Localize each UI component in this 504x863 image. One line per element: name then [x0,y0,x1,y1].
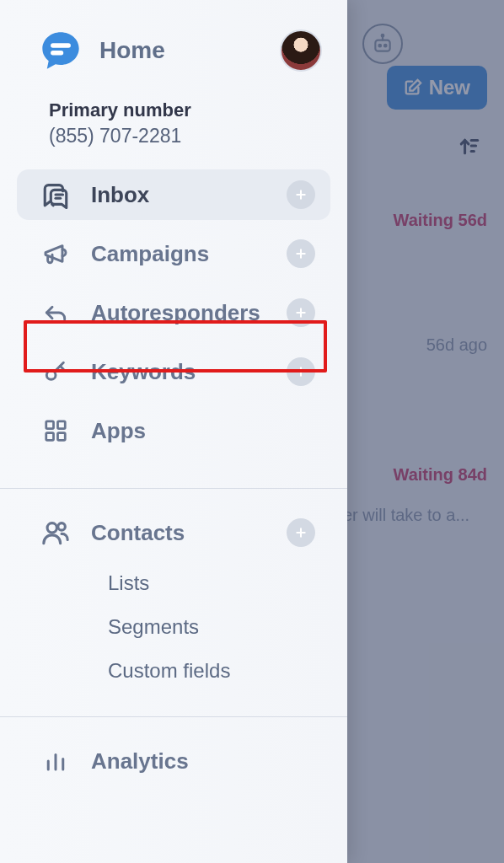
nav-item-contacts[interactable]: Contacts [17,507,330,558]
divider [0,488,347,489]
app-root: New Waiting 56d 56d ago Waiting 84d er w… [0,0,504,863]
app-logo-icon [39,29,83,72]
nav-item-inbox[interactable]: Inbox [17,169,330,220]
svg-point-21 [47,523,56,533]
nav-list-secondary: Contacts Lists Segments Custom fields [0,507,347,701]
key-icon [40,356,71,387]
avatar[interactable] [280,29,322,72]
svg-rect-17 [46,421,54,429]
inbox-icon [40,180,71,210]
primary-number-label: Primary number [49,99,324,121]
nav-label: Analytics [91,748,315,775]
nav-item-keywords[interactable]: Keywords [17,346,330,397]
primary-number-value: (855) 707-2281 [49,125,324,147]
svg-rect-4 [51,43,71,47]
plus-icon[interactable] [287,180,315,209]
nav-label: Campaigns [91,241,266,267]
nav-item-analytics[interactable]: Analytics [17,736,330,786]
nav-label: Apps [91,418,315,444]
megaphone-icon [40,239,71,269]
svg-rect-19 [46,433,54,441]
analytics-icon [40,746,71,776]
reply-icon [40,297,71,328]
sub-item-segments[interactable]: Segments [108,605,307,649]
svg-point-22 [58,523,66,531]
nav-item-apps[interactable]: Apps [17,405,330,456]
nav-item-autoresponders[interactable]: Autoresponders [17,287,330,338]
nav-label: Contacts [91,520,266,546]
divider [0,716,347,717]
plus-icon[interactable] [287,239,315,268]
contacts-sub-list: Lists Segments Custom fields [17,561,330,693]
sidebar-title: Home [99,37,165,64]
plus-icon[interactable] [287,518,315,547]
sub-item-custom-fields[interactable]: Custom fields [108,649,307,693]
svg-rect-18 [58,421,66,429]
primary-number-section: Primary number (855) 707-2281 [0,91,347,163]
nav-label: Keywords [91,359,266,385]
svg-rect-5 [51,51,63,55]
logo-wrap[interactable]: Home [39,29,165,72]
nav-item-campaigns[interactable]: Campaigns [17,228,330,279]
apps-grid-icon [40,415,71,446]
plus-icon[interactable] [287,298,315,327]
plus-icon[interactable] [287,357,315,386]
sub-item-lists[interactable]: Lists [108,561,307,605]
nav-label: Inbox [91,182,266,208]
background-overlay [347,0,504,863]
nav-list-tertiary: Analytics [0,736,347,803]
sidebar-header: Home [0,0,347,91]
svg-rect-20 [58,433,66,441]
contacts-icon [40,517,71,548]
nav-label: Autoresponders [91,300,266,326]
nav-list-primary: Inbox Campaigns Autoresponders [0,163,347,473]
sidebar: Home Primary number (855) 707-2281 Inbox [0,0,347,863]
